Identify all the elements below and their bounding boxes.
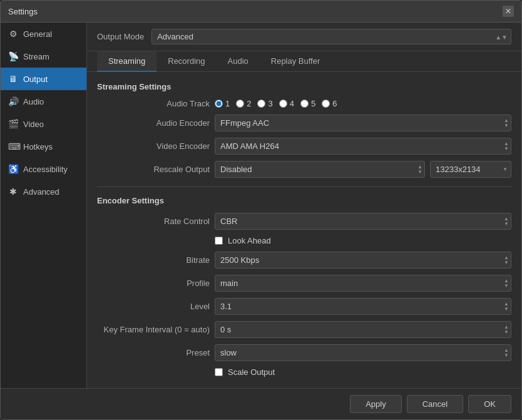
audio-track-5[interactable]: 5: [300, 99, 315, 108]
cancel-button[interactable]: Cancel: [407, 395, 463, 413]
rate-control-row: Rate Control CBR VBR ABR CRF ▲▼: [97, 213, 511, 230]
accessibility-icon: ♿: [8, 164, 18, 174]
keyframe-select[interactable]: 0 s 2 s 5 s: [215, 321, 511, 338]
sidebar-item-general[interactable]: ⚙ General: [1, 23, 86, 45]
audio-track-2[interactable]: 2: [236, 99, 251, 108]
profile-label: Profile: [97, 279, 210, 288]
preset-select[interactable]: ultrafast superfast veryfast faster fast…: [215, 344, 511, 361]
audio-encoder-row: Audio Encoder FFmpeg AAC AAC Opus ▲▼: [97, 115, 511, 131]
sidebar-item-output[interactable]: 🖥 Output: [1, 68, 86, 90]
audio-track-6-label: 6: [332, 99, 337, 108]
sidebar-item-label: Stream: [23, 52, 49, 61]
sidebar-item-label: Output: [23, 74, 48, 84]
profile-row: Profile main high baseline ▲▼: [97, 275, 511, 292]
audio-track-3[interactable]: 3: [257, 99, 272, 108]
bitrate-row: Bitrate 2500 Kbps 5000 Kbps 8000 Kbps ▲▼: [97, 252, 511, 269]
settings-scroll: Streaming Settings Audio Track 1 2: [87, 72, 521, 388]
audio-track-1[interactable]: 1: [215, 99, 230, 108]
level-select[interactable]: 3.1 4.0 4.1 4.2: [215, 298, 511, 315]
encoder-settings-title: Encoder Settings: [97, 196, 511, 205]
keyframe-control: 0 s 2 s 5 s ▲▼: [215, 321, 511, 338]
preset-control: ultrafast superfast veryfast faster fast…: [215, 344, 511, 361]
output-mode-bar: Output Mode Simple Advanced ▲▼: [87, 23, 521, 51]
sidebar-item-label: Accessibility: [23, 165, 68, 174]
audio-encoder-label: Audio Encoder: [97, 118, 210, 128]
settings-dialog: Settings ✕ ⚙ General 📡 Stream 🖥 Output 🔊…: [0, 0, 522, 420]
tabs-bar: Streaming Recording Audio Replay Buffer: [87, 51, 521, 72]
dialog-title: Settings: [8, 7, 38, 16]
main-content: ⚙ General 📡 Stream 🖥 Output 🔊 Audio 🎬 Vi…: [1, 23, 521, 388]
look-ahead-label: Look Ahead: [228, 236, 271, 245]
audio-icon: 🔊: [8, 96, 18, 106]
footer: Apply Cancel OK: [1, 388, 521, 419]
sidebar-item-hotkeys[interactable]: ⌨ Hotkeys: [1, 135, 86, 158]
rate-control-label: Rate Control: [97, 217, 210, 226]
keyframe-label: Key Frame Interval (0 = auto): [97, 325, 210, 334]
output-mode-label: Output Mode: [97, 32, 144, 41]
apply-button[interactable]: Apply: [350, 395, 402, 413]
audio-track-row: Audio Track 1 2: [97, 99, 511, 108]
audio-track-radio-group: 1 2 3 4: [215, 99, 337, 108]
audio-track-label: Audio Track: [97, 99, 210, 108]
content-area: Output Mode Simple Advanced ▲▼ Streaming…: [87, 23, 521, 388]
scale-output-row: Scale Output: [215, 367, 511, 377]
section-divider: [97, 187, 511, 187]
output-mode-select[interactable]: Simple Advanced: [151, 29, 511, 44]
sidebar-item-label: Audio: [23, 97, 44, 106]
tab-audio[interactable]: Audio: [217, 51, 260, 72]
sidebar-item-label: Video: [23, 120, 44, 129]
gear-icon: ⚙: [8, 29, 18, 39]
audio-track-2-label: 2: [247, 99, 251, 108]
advanced-icon: ✱: [8, 187, 18, 197]
tab-replay-buffer[interactable]: Replay Buffer: [260, 51, 332, 72]
audio-encoder-control: FFmpeg AAC AAC Opus ▲▼: [215, 115, 511, 131]
sidebar-item-video[interactable]: 🎬 Video: [1, 113, 86, 135]
ok-button[interactable]: OK: [468, 395, 511, 413]
audio-track-6[interactable]: 6: [322, 99, 337, 108]
preset-label: Preset: [97, 348, 210, 357]
sidebar-item-advanced[interactable]: ✱ Advanced: [1, 180, 86, 203]
sidebar-item-accessibility[interactable]: ♿ Accessibility: [1, 158, 86, 180]
video-encoder-row: Video Encoder AMD AMA H264 x264 NVENC H2…: [97, 138, 511, 155]
rescale-resolution-select[interactable]: 13233x2134: [430, 161, 511, 178]
profile-select[interactable]: main high baseline: [215, 275, 511, 292]
close-button[interactable]: ✕: [503, 6, 514, 17]
stream-icon: 📡: [8, 51, 18, 61]
scale-output-label: Scale Output: [228, 367, 275, 377]
profile-control: main high baseline ▲▼: [215, 275, 511, 292]
output-icon: 🖥: [8, 74, 18, 84]
audio-track-5-label: 5: [311, 99, 315, 108]
rescale-output-label: Rescale Output: [97, 165, 210, 174]
sidebar-item-audio[interactable]: 🔊 Audio: [1, 90, 86, 113]
audio-track-1-label: 1: [225, 99, 230, 108]
sidebar-item-label: Hotkeys: [23, 142, 53, 151]
audio-encoder-select[interactable]: FFmpeg AAC AAC Opus: [215, 115, 511, 131]
sidebar: ⚙ General 📡 Stream 🖥 Output 🔊 Audio 🎬 Vi…: [1, 23, 87, 388]
rate-control-select[interactable]: CBR VBR ABR CRF: [215, 213, 511, 230]
tab-recording[interactable]: Recording: [156, 51, 216, 72]
hotkeys-icon: ⌨: [8, 141, 18, 151]
scale-output-checkbox[interactable]: [215, 368, 223, 376]
bitrate-select[interactable]: 2500 Kbps 5000 Kbps 8000 Kbps: [215, 252, 511, 269]
level-label: Level: [97, 302, 210, 311]
look-ahead-checkbox[interactable]: [215, 237, 223, 245]
title-bar: Settings ✕: [1, 1, 521, 23]
output-mode-select-container: Simple Advanced ▲▼: [151, 29, 511, 44]
rescale-output-select[interactable]: Disabled 1920x1080 1280x720: [215, 161, 425, 178]
rate-control-control: CBR VBR ABR CRF ▲▼: [215, 213, 511, 230]
level-control: 3.1 4.0 4.1 4.2 ▲▼: [215, 298, 511, 315]
tab-streaming[interactable]: Streaming: [97, 51, 156, 72]
level-row: Level 3.1 4.0 4.1 4.2 ▲▼: [97, 298, 511, 315]
rescale-output-control: Disabled 1920x1080 1280x720 ▲▼ 13233x213…: [215, 161, 511, 178]
audio-track-4-label: 4: [290, 99, 294, 108]
rescale-output-row: Rescale Output Disabled 1920x1080 1280x7…: [97, 161, 511, 178]
bitrate-label: Bitrate: [97, 255, 210, 265]
preset-row: Preset ultrafast superfast veryfast fast…: [97, 344, 511, 361]
sidebar-item-stream[interactable]: 📡 Stream: [1, 45, 86, 68]
audio-track-4[interactable]: 4: [279, 99, 294, 108]
video-encoder-control: AMD AMA H264 x264 NVENC H264 ▲▼: [215, 138, 511, 155]
video-icon: 🎬: [8, 119, 18, 129]
look-ahead-row: Look Ahead: [215, 236, 511, 245]
video-encoder-select[interactable]: AMD AMA H264 x264 NVENC H264: [215, 138, 511, 155]
streaming-settings-title: Streaming Settings: [97, 82, 511, 91]
